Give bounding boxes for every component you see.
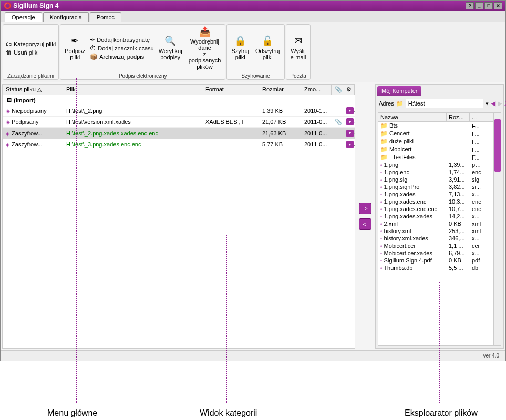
ribbon-button[interactable]: ✒Podpiszpliki <box>61 26 88 71</box>
close-button[interactable]: ✕ <box>494 2 502 9</box>
file-row[interactable]: ◈ NiepodpisanyH:\test\_2.png1,39 KB2010-… <box>3 105 355 117</box>
ribbon-group: 🗂Kategoryzuj pliki🗑Usuń plikiZarządzanie… <box>3 24 59 80</box>
cell-dropdown[interactable]: ▾ <box>343 139 355 150</box>
explorer-scrollbar[interactable] <box>493 113 501 345</box>
explorer-row[interactable]: ▫ history.xml.xades346,...x... <box>378 235 493 242</box>
ribbon-group: ✉Wyślije-mailPoczta <box>286 24 311 80</box>
rcell-name: ▫ 1.png.sig <box>378 176 447 183</box>
folder-icon: 📁 <box>396 100 404 107</box>
rcell-ext: xml <box>470 220 483 227</box>
chevron-down-icon[interactable]: ▾ <box>346 130 354 137</box>
rcell-size: 1,39... <box>447 161 470 169</box>
collapse-icon[interactable]: ⊟ <box>7 97 12 103</box>
transfer-button[interactable]: -> <box>359 203 371 214</box>
ribbon-button[interactable]: ✒Dodaj kontrasygnatę <box>88 36 155 44</box>
nav-fwd-icon[interactable]: ▶ <box>498 99 502 108</box>
explorer-row[interactable]: ▫ 2.xml0 KBxml <box>378 220 493 227</box>
ribbon-button[interactable]: 🗑Usuń pliki <box>4 48 57 57</box>
status-icon: ◈ <box>6 108 10 114</box>
explorer-row[interactable]: ▫ history.xml253,...xml <box>378 227 493 235</box>
file-row[interactable]: ◈ Zaszyfrow...H:\test\_2.png.xades.xades… <box>3 128 355 139</box>
transfer-button[interactable]: <- <box>359 218 371 230</box>
explorer-row[interactable]: ▫ 1.png.xades7,13...x... <box>378 191 493 198</box>
ribbon-button[interactable]: ✉Wyślije-mail <box>287 26 309 71</box>
chevron-down-icon[interactable]: ▾ <box>346 141 354 148</box>
address-input[interactable] <box>406 99 483 108</box>
rcell-ext: x... <box>470 235 483 242</box>
explorer-row[interactable]: 📁 BtsF... <box>378 122 493 130</box>
file-row[interactable]: ◈ Zaszyfrow...H:\test\_3.png.xades.enc.e… <box>3 139 355 151</box>
ribbon-button[interactable]: 🔒Szyfrujpliki <box>228 26 252 71</box>
col-rozmiar[interactable]: Rozmiar <box>259 85 301 94</box>
chevron-down-icon[interactable]: ▾ <box>346 118 354 125</box>
cell-status: ◈ Niepodpisany <box>3 106 63 116</box>
file-row[interactable]: ◈ PodpisanyH:\test\version.xml.xadesXAdE… <box>3 117 355 128</box>
titlebar: ⭕ Sigillum Sign 4 ? _ □ ✕ <box>1 1 505 11</box>
scrollbar-thumb[interactable] <box>494 119 501 172</box>
rcell-size <box>447 125 470 127</box>
ribbon-button[interactable]: 🔓Odszyfrujpliki <box>252 26 283 71</box>
explorer-row[interactable]: ▫ Sigillum Sign 4.pdf0 KBpdf <box>378 257 493 264</box>
rcell-ext: db <box>470 264 483 271</box>
tab-operacje[interactable]: Operacje <box>5 12 42 22</box>
file-icon: ▫ <box>380 243 383 249</box>
col-attachment[interactable]: 📎 <box>332 85 343 94</box>
col-status[interactable]: Status pliku △ <box>3 85 63 94</box>
rcell-name: ▫ 1.png.xades <box>378 191 447 198</box>
ribbon-button[interactable]: 🔍Weryfikujpodpisy <box>156 26 185 71</box>
tab-pomoc[interactable]: Pomoc <box>90 12 121 22</box>
rcol-size[interactable]: Roz... <box>447 113 470 121</box>
explorer-row[interactable]: ▫ 1.png.sig3,91...sig <box>378 176 493 183</box>
explorer-row[interactable]: ▫ Mobicert.cer1,1 ...cer <box>378 242 493 249</box>
help-button[interactable]: ? <box>466 2 474 9</box>
explorer-row[interactable]: 📁 CencertF... <box>378 130 493 138</box>
cell-rozmiar: 21,07 KB <box>259 117 301 127</box>
col-settings[interactable]: ⚙ <box>343 85 355 94</box>
ribbon-icon: ✉ <box>294 36 302 47</box>
ribbon-button[interactable]: ⏱Dodaj znacznik czasu <box>88 44 155 52</box>
cell-plik: H:\test\_3.png.xades.enc.enc <box>63 140 202 149</box>
ribbon-group-label: Szyfrowanie <box>227 72 284 79</box>
folder-icon: 📁 <box>380 130 388 136</box>
explorer-row[interactable]: ▫ 1.png.signPro3,82...si... <box>378 183 493 191</box>
nav-back-icon[interactable]: ◀ <box>491 99 495 108</box>
maximize-button[interactable]: □ <box>484 2 493 9</box>
chevron-down-icon[interactable]: ▾ <box>346 107 354 114</box>
rcell-name: ▫ 1.png.xades.xades <box>378 213 447 220</box>
explorer-row[interactable]: ▫ 1.png.xades.enc.enc10,7...enc <box>378 205 493 213</box>
address-dropdown-icon[interactable]: ▾ <box>486 100 489 107</box>
rcol-ext[interactable]: ... <box>470 113 483 121</box>
cell-dropdown[interactable]: ▾ <box>343 128 355 139</box>
file-icon: ▫ <box>380 170 383 175</box>
explorer-row[interactable]: ▫ 1.png.xades.enc10,3...enc <box>378 198 493 205</box>
rcell-name: ▫ 1.png.xades.enc <box>378 198 447 205</box>
explorer-row[interactable]: ▫ 1.png.xades.xades14,2...x... <box>378 213 493 220</box>
explorer-row[interactable]: ▫ Thumbs.db5,5 ...db <box>378 264 493 271</box>
rcell-name: ▫ 1.png.signPro <box>378 183 447 191</box>
tab-konfiguracja[interactable]: Konfiguracja <box>43 12 89 22</box>
minimize-button[interactable]: _ <box>475 2 483 9</box>
explorer-row[interactable]: ▫ Mobicert.cer.xades6,79...x... <box>378 249 493 257</box>
cell-dropdown[interactable]: ▾ <box>343 117 355 128</box>
explorer-row[interactable]: 📁 MobicertF... <box>378 145 493 153</box>
ribbon-button[interactable]: 📦Archiwizuj podpis <box>88 52 155 61</box>
annotation-menu: Menu główne <box>47 408 97 418</box>
rcol-name[interactable]: Nazwa <box>378 113 447 121</box>
status-icon: ◈ <box>6 142 10 148</box>
rcell-name: ▫ 1.png <box>378 161 447 169</box>
cell-dropdown[interactable]: ▾ <box>343 105 355 116</box>
ribbon-icon: 🗑 <box>6 49 12 56</box>
explorer-tab[interactable]: Mój Komputer <box>377 86 421 96</box>
col-plik[interactable]: Plik <box>63 85 202 94</box>
explorer-row[interactable]: 📁 duże plikiF... <box>378 138 493 145</box>
rcell-name: 📁 Cencert <box>378 130 447 138</box>
explorer-row[interactable]: 📁 _TestFilesF... <box>378 153 493 161</box>
col-zmo[interactable]: Zmo... <box>301 85 332 94</box>
group-row[interactable]: ⊟ (Import) <box>3 95 355 105</box>
ribbon-button[interactable]: 🗂Kategoryzuj pliki <box>4 40 57 48</box>
col-format[interactable]: Format <box>202 85 259 94</box>
cell-clip <box>332 132 343 135</box>
ribbon-button[interactable]: 📤Wyodrębnijdanezpodpisanychplików <box>185 26 224 71</box>
explorer-row[interactable]: ▫ 1.png1,39...png <box>378 161 493 169</box>
explorer-row[interactable]: ▫ 1.png.enc1,74...enc <box>378 169 493 176</box>
